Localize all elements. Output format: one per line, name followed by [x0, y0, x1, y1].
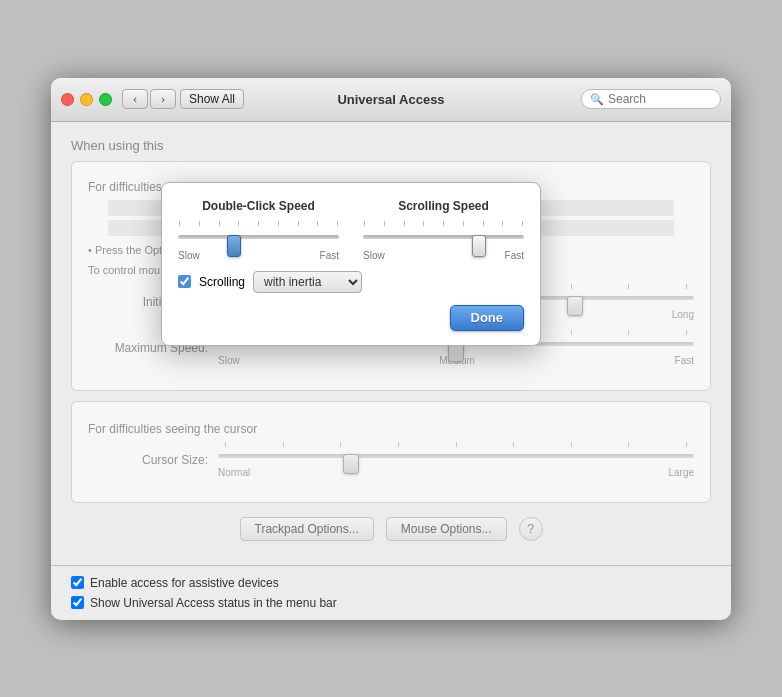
scrolling-speed-thumb[interactable] [472, 235, 486, 257]
cursor-size-row: Cursor Size: [88, 442, 694, 478]
initial-delay-thumb[interactable] [567, 296, 583, 316]
done-button[interactable]: Done [450, 305, 525, 331]
popup-dialog: Double-Click Speed [161, 182, 541, 346]
fast-label: Fast [320, 250, 339, 261]
search-input[interactable] [608, 92, 712, 106]
scrolling-speed-title: Scrolling Speed [363, 199, 524, 213]
double-click-labels: Slow Fast [178, 250, 339, 261]
cursor-panel: For difficulties seeing the cursor Curso… [71, 401, 711, 503]
cursor-size-slider-rail [218, 454, 694, 458]
maximize-button[interactable] [99, 93, 112, 106]
main-content: When using this For difficulties using t… [51, 122, 731, 565]
large-label: Large [668, 467, 694, 478]
double-click-slider-rail [178, 235, 339, 239]
fast-label2: Fast [505, 250, 524, 261]
bottom-checkboxes: Enable access for assistive devices Show… [51, 565, 731, 620]
nav-buttons: ‹ › [122, 89, 176, 109]
back-button[interactable]: ‹ [122, 89, 148, 109]
scrolling-label: Scrolling [199, 275, 245, 289]
assistive-devices-label: Enable access for assistive devices [90, 576, 279, 590]
popup-sliders-row: Double-Click Speed [178, 199, 524, 261]
scrolling-row: Scrolling with inertia without inertia [178, 271, 524, 293]
cursor-size-label: Cursor Size: [88, 453, 218, 467]
popup-footer: Done [178, 305, 524, 331]
scrolling-speed-slider-rail [363, 235, 524, 239]
main-window: ‹ › Show All Universal Access 🔍 When usi… [51, 78, 731, 620]
scrolling-speed-labels: Slow Fast [363, 250, 524, 261]
long-label: Long [672, 309, 694, 320]
scrolling-checkbox[interactable] [178, 275, 191, 288]
cursor-section-label: For difficulties seeing the cursor [88, 422, 694, 436]
fast-label: Fast [675, 355, 694, 366]
help-button[interactable]: ? [519, 517, 543, 541]
show-status-label: Show Universal Access status in the menu… [90, 596, 337, 610]
show-status-checkbox[interactable] [71, 596, 84, 609]
minimize-button[interactable] [80, 93, 93, 106]
scrolling-speed-slider-track [363, 226, 524, 248]
double-click-title: Double-Click Speed [178, 199, 339, 213]
when-using-label: When using this [71, 138, 711, 153]
double-click-section: Double-Click Speed [178, 199, 339, 261]
forward-button[interactable]: › [150, 89, 176, 109]
checkbox-row-2: Show Universal Access status in the menu… [71, 596, 711, 610]
window-title: Universal Access [337, 92, 444, 107]
bottom-buttons: Trackpad Options... Mouse Options... ? [71, 517, 711, 541]
checkbox-row-1: Enable access for assistive devices [71, 576, 711, 590]
double-click-slider-section: Slow Fast [178, 221, 339, 261]
assistive-devices-checkbox[interactable] [71, 576, 84, 589]
scrolling-speed-slider-section: Slow Fast [363, 221, 524, 261]
slow-label: Slow [178, 250, 200, 261]
search-icon: 🔍 [590, 93, 604, 106]
normal-label: Normal [218, 467, 250, 478]
show-all-button[interactable]: Show All [180, 89, 244, 109]
search-box[interactable]: 🔍 [581, 89, 721, 109]
scrolling-speed-section: Scrolling Speed [363, 199, 524, 261]
cursor-size-labels: Normal Large [218, 467, 694, 478]
traffic-lights [61, 93, 112, 106]
mouse-options-button[interactable]: Mouse Options... [386, 517, 507, 541]
slow-label: Slow [218, 355, 240, 366]
cursor-size-slider-track [218, 447, 694, 465]
cursor-size-slider-container: Normal Large [218, 442, 694, 478]
titlebar: ‹ › Show All Universal Access 🔍 [51, 78, 731, 122]
scrolling-select[interactable]: with inertia without inertia [253, 271, 362, 293]
close-button[interactable] [61, 93, 74, 106]
trackpad-options-button[interactable]: Trackpad Options... [240, 517, 374, 541]
cursor-size-thumb[interactable] [343, 454, 359, 474]
double-click-thumb[interactable] [227, 235, 241, 257]
slow-label2: Slow [363, 250, 385, 261]
double-click-slider-track [178, 226, 339, 248]
